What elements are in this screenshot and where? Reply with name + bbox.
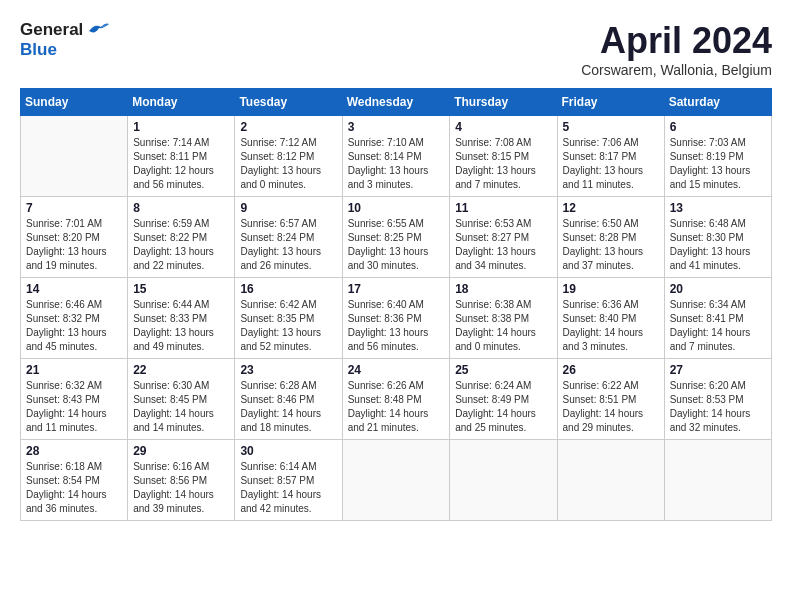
calendar-week-row-1: 7Sunrise: 7:01 AM Sunset: 8:20 PM Daylig… bbox=[21, 197, 772, 278]
day-info: Sunrise: 6:53 AM Sunset: 8:27 PM Dayligh… bbox=[455, 217, 551, 273]
day-number: 3 bbox=[348, 120, 445, 134]
calendar-cell: 13Sunrise: 6:48 AM Sunset: 8:30 PM Dayli… bbox=[664, 197, 771, 278]
calendar-cell: 25Sunrise: 6:24 AM Sunset: 8:49 PM Dayli… bbox=[450, 359, 557, 440]
day-number: 9 bbox=[240, 201, 336, 215]
calendar-cell: 23Sunrise: 6:28 AM Sunset: 8:46 PM Dayli… bbox=[235, 359, 342, 440]
calendar-week-row-3: 21Sunrise: 6:32 AM Sunset: 8:43 PM Dayli… bbox=[21, 359, 772, 440]
calendar-cell: 8Sunrise: 6:59 AM Sunset: 8:22 PM Daylig… bbox=[128, 197, 235, 278]
day-number: 4 bbox=[455, 120, 551, 134]
calendar-cell: 12Sunrise: 6:50 AM Sunset: 8:28 PM Dayli… bbox=[557, 197, 664, 278]
day-info: Sunrise: 6:44 AM Sunset: 8:33 PM Dayligh… bbox=[133, 298, 229, 354]
day-number: 15 bbox=[133, 282, 229, 296]
logo-blue: Blue bbox=[20, 40, 57, 60]
day-number: 1 bbox=[133, 120, 229, 134]
day-info: Sunrise: 6:38 AM Sunset: 8:38 PM Dayligh… bbox=[455, 298, 551, 354]
calendar-cell: 22Sunrise: 6:30 AM Sunset: 8:45 PM Dayli… bbox=[128, 359, 235, 440]
calendar-header-thursday: Thursday bbox=[450, 89, 557, 116]
day-number: 27 bbox=[670, 363, 766, 377]
day-info: Sunrise: 6:48 AM Sunset: 8:30 PM Dayligh… bbox=[670, 217, 766, 273]
day-number: 28 bbox=[26, 444, 122, 458]
day-info: Sunrise: 6:40 AM Sunset: 8:36 PM Dayligh… bbox=[348, 298, 445, 354]
day-number: 30 bbox=[240, 444, 336, 458]
calendar-cell: 21Sunrise: 6:32 AM Sunset: 8:43 PM Dayli… bbox=[21, 359, 128, 440]
header: General Blue April 2024 Corswarem, Wallo… bbox=[20, 20, 772, 78]
location: Corswarem, Wallonia, Belgium bbox=[581, 62, 772, 78]
day-info: Sunrise: 6:18 AM Sunset: 8:54 PM Dayligh… bbox=[26, 460, 122, 516]
day-info: Sunrise: 7:03 AM Sunset: 8:19 PM Dayligh… bbox=[670, 136, 766, 192]
day-number: 2 bbox=[240, 120, 336, 134]
day-number: 24 bbox=[348, 363, 445, 377]
calendar-table: SundayMondayTuesdayWednesdayThursdayFrid… bbox=[20, 88, 772, 521]
day-number: 25 bbox=[455, 363, 551, 377]
calendar-header-tuesday: Tuesday bbox=[235, 89, 342, 116]
calendar-cell: 30Sunrise: 6:14 AM Sunset: 8:57 PM Dayli… bbox=[235, 440, 342, 521]
day-number: 23 bbox=[240, 363, 336, 377]
calendar-header-wednesday: Wednesday bbox=[342, 89, 450, 116]
day-info: Sunrise: 6:57 AM Sunset: 8:24 PM Dayligh… bbox=[240, 217, 336, 273]
calendar-week-row-4: 28Sunrise: 6:18 AM Sunset: 8:54 PM Dayli… bbox=[21, 440, 772, 521]
day-info: Sunrise: 7:10 AM Sunset: 8:14 PM Dayligh… bbox=[348, 136, 445, 192]
day-number: 7 bbox=[26, 201, 122, 215]
calendar-cell bbox=[342, 440, 450, 521]
calendar-cell: 26Sunrise: 6:22 AM Sunset: 8:51 PM Dayli… bbox=[557, 359, 664, 440]
calendar-cell: 29Sunrise: 6:16 AM Sunset: 8:56 PM Dayli… bbox=[128, 440, 235, 521]
day-number: 5 bbox=[563, 120, 659, 134]
day-info: Sunrise: 6:32 AM Sunset: 8:43 PM Dayligh… bbox=[26, 379, 122, 435]
day-number: 17 bbox=[348, 282, 445, 296]
day-info: Sunrise: 7:06 AM Sunset: 8:17 PM Dayligh… bbox=[563, 136, 659, 192]
calendar-cell bbox=[450, 440, 557, 521]
calendar-cell: 11Sunrise: 6:53 AM Sunset: 8:27 PM Dayli… bbox=[450, 197, 557, 278]
day-number: 14 bbox=[26, 282, 122, 296]
calendar-header-saturday: Saturday bbox=[664, 89, 771, 116]
day-info: Sunrise: 6:46 AM Sunset: 8:32 PM Dayligh… bbox=[26, 298, 122, 354]
day-info: Sunrise: 6:36 AM Sunset: 8:40 PM Dayligh… bbox=[563, 298, 659, 354]
day-number: 22 bbox=[133, 363, 229, 377]
day-number: 29 bbox=[133, 444, 229, 458]
day-info: Sunrise: 6:50 AM Sunset: 8:28 PM Dayligh… bbox=[563, 217, 659, 273]
calendar-cell: 16Sunrise: 6:42 AM Sunset: 8:35 PM Dayli… bbox=[235, 278, 342, 359]
calendar-cell: 5Sunrise: 7:06 AM Sunset: 8:17 PM Daylig… bbox=[557, 116, 664, 197]
day-info: Sunrise: 6:20 AM Sunset: 8:53 PM Dayligh… bbox=[670, 379, 766, 435]
calendar-week-row-0: 1Sunrise: 7:14 AM Sunset: 8:11 PM Daylig… bbox=[21, 116, 772, 197]
calendar-cell: 19Sunrise: 6:36 AM Sunset: 8:40 PM Dayli… bbox=[557, 278, 664, 359]
calendar-week-row-2: 14Sunrise: 6:46 AM Sunset: 8:32 PM Dayli… bbox=[21, 278, 772, 359]
day-number: 10 bbox=[348, 201, 445, 215]
calendar-cell: 7Sunrise: 7:01 AM Sunset: 8:20 PM Daylig… bbox=[21, 197, 128, 278]
day-number: 13 bbox=[670, 201, 766, 215]
calendar-header-row: SundayMondayTuesdayWednesdayThursdayFrid… bbox=[21, 89, 772, 116]
day-info: Sunrise: 7:12 AM Sunset: 8:12 PM Dayligh… bbox=[240, 136, 336, 192]
day-number: 19 bbox=[563, 282, 659, 296]
calendar-cell: 17Sunrise: 6:40 AM Sunset: 8:36 PM Dayli… bbox=[342, 278, 450, 359]
day-info: Sunrise: 7:01 AM Sunset: 8:20 PM Dayligh… bbox=[26, 217, 122, 273]
calendar-cell: 4Sunrise: 7:08 AM Sunset: 8:15 PM Daylig… bbox=[450, 116, 557, 197]
day-number: 11 bbox=[455, 201, 551, 215]
day-info: Sunrise: 6:16 AM Sunset: 8:56 PM Dayligh… bbox=[133, 460, 229, 516]
day-info: Sunrise: 6:22 AM Sunset: 8:51 PM Dayligh… bbox=[563, 379, 659, 435]
day-info: Sunrise: 6:28 AM Sunset: 8:46 PM Dayligh… bbox=[240, 379, 336, 435]
calendar-cell: 15Sunrise: 6:44 AM Sunset: 8:33 PM Dayli… bbox=[128, 278, 235, 359]
calendar-cell: 28Sunrise: 6:18 AM Sunset: 8:54 PM Dayli… bbox=[21, 440, 128, 521]
day-info: Sunrise: 6:30 AM Sunset: 8:45 PM Dayligh… bbox=[133, 379, 229, 435]
calendar-cell bbox=[664, 440, 771, 521]
calendar-cell: 2Sunrise: 7:12 AM Sunset: 8:12 PM Daylig… bbox=[235, 116, 342, 197]
calendar-cell bbox=[557, 440, 664, 521]
calendar-header-sunday: Sunday bbox=[21, 89, 128, 116]
calendar-cell: 3Sunrise: 7:10 AM Sunset: 8:14 PM Daylig… bbox=[342, 116, 450, 197]
calendar-cell: 24Sunrise: 6:26 AM Sunset: 8:48 PM Dayli… bbox=[342, 359, 450, 440]
day-info: Sunrise: 6:55 AM Sunset: 8:25 PM Dayligh… bbox=[348, 217, 445, 273]
logo-general: General bbox=[20, 20, 83, 40]
calendar-cell: 10Sunrise: 6:55 AM Sunset: 8:25 PM Dayli… bbox=[342, 197, 450, 278]
month-title: April 2024 bbox=[581, 20, 772, 62]
calendar-cell: 27Sunrise: 6:20 AM Sunset: 8:53 PM Dayli… bbox=[664, 359, 771, 440]
calendar-cell: 1Sunrise: 7:14 AM Sunset: 8:11 PM Daylig… bbox=[128, 116, 235, 197]
calendar-cell: 18Sunrise: 6:38 AM Sunset: 8:38 PM Dayli… bbox=[450, 278, 557, 359]
day-info: Sunrise: 6:59 AM Sunset: 8:22 PM Dayligh… bbox=[133, 217, 229, 273]
calendar-cell: 20Sunrise: 6:34 AM Sunset: 8:41 PM Dayli… bbox=[664, 278, 771, 359]
day-number: 6 bbox=[670, 120, 766, 134]
calendar-header-monday: Monday bbox=[128, 89, 235, 116]
calendar-header-friday: Friday bbox=[557, 89, 664, 116]
calendar-cell: 6Sunrise: 7:03 AM Sunset: 8:19 PM Daylig… bbox=[664, 116, 771, 197]
title-area: April 2024 Corswarem, Wallonia, Belgium bbox=[581, 20, 772, 78]
day-number: 20 bbox=[670, 282, 766, 296]
day-number: 8 bbox=[133, 201, 229, 215]
